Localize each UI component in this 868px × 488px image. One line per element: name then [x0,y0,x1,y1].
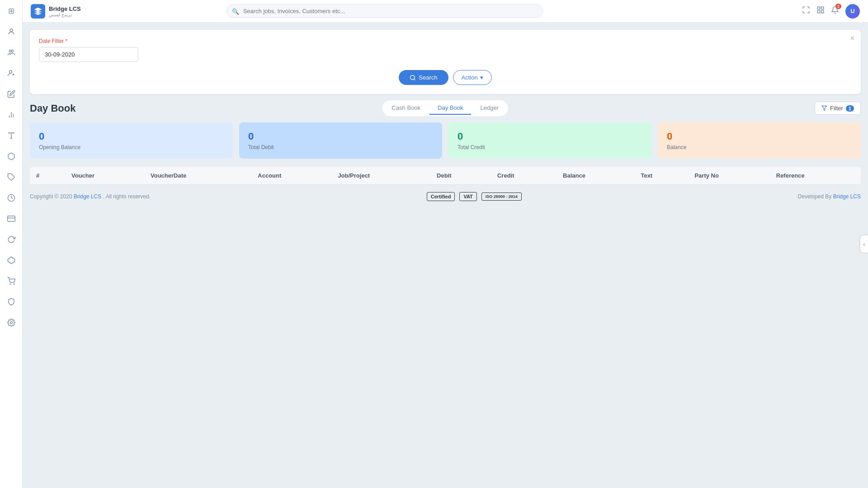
box-icon[interactable] [5,150,18,163]
svg-point-2 [11,50,14,52]
stats-row: 0 Opening Balance 0 Total Debit 0 Total … [30,122,861,159]
iso-badge: ISO 25000 : 2014 [481,192,522,201]
svg-rect-20 [817,11,820,13]
svg-marker-13 [8,257,14,264]
chart-icon[interactable] [5,108,18,121]
tab-daybook[interactable]: Day Book [429,102,471,115]
tab-ledger[interactable]: Ledger [472,102,506,115]
stat-opening-balance: 0 Opening Balance [30,122,233,159]
svg-rect-19 [821,11,823,13]
dashboard-icon[interactable]: ⊞ [5,5,18,17]
refresh-icon[interactable] [5,233,18,246]
svg-point-0 [10,29,13,32]
page-footer: Copyright © 2020 Bridge LCS . All rights… [30,185,861,203]
group-icon[interactable] [5,46,18,59]
total-debit-label: Total Debit [248,144,433,150]
footer-developer: Developed By Bridge LCS [798,193,861,200]
tab-cashbook[interactable]: Cash Book [384,102,429,115]
total-credit-label: Total Credit [458,144,642,150]
gear-icon[interactable] [5,316,18,329]
search-button[interactable]: Search [399,70,448,85]
col-text: Text [634,167,688,185]
close-icon[interactable]: × [850,34,854,42]
filter-label-btn: Filter [830,105,843,112]
action-button[interactable]: Action ▾ [453,70,492,85]
person-icon[interactable] [5,25,18,38]
filter-actions: Search Action ▾ [39,70,852,85]
svg-point-16 [10,322,12,324]
app-subtitle: بريدج لسس [49,12,81,17]
col-balance: Balance [557,167,634,185]
footer-developer-link[interactable]: Bridge LCS [833,193,861,200]
col-hash: # [30,167,65,185]
notification-icon[interactable]: 2 [831,6,839,16]
svg-rect-18 [821,7,823,9]
font-icon[interactable] [5,129,18,142]
sidebar: ⊞ [0,0,23,488]
clock-icon[interactable] [5,192,18,204]
logo: Bridge LCS بريدج لسس [31,4,94,19]
app-name: Bridge LCS [49,5,81,12]
col-credit: Credit [491,167,557,185]
svg-rect-11 [7,216,15,221]
col-partyno: Party No [688,167,769,185]
col-reference: Reference [770,167,861,185]
topbar: Bridge LCS بريدج لسس 🔍 2 U [23,0,868,23]
total-credit-value: 0 [458,131,642,142]
filter-count: 1 [846,105,854,112]
cart-icon[interactable] [5,275,18,287]
tabs-group: Cash Book Day Book Ledger [382,100,508,116]
date-filter-input[interactable] [39,47,138,62]
page-title: Day Book [30,103,75,114]
filter-button[interactable]: Filter 1 [815,102,861,115]
footer-center: Certified VAT ISO 25000 : 2014 [427,192,522,201]
svg-marker-23 [822,106,827,111]
stat-total-credit: 0 Total Credit [448,122,651,159]
opening-balance-value: 0 [39,131,224,142]
page-area: × Date Filter * Search Action ▾ Day Book [23,23,868,488]
notification-badge: 2 [835,4,841,9]
daybook-section: Day Book Cash Book Day Book Ledger Filte… [30,100,861,203]
opening-balance-label: Opening Balance [39,144,224,150]
avatar[interactable]: U [845,4,860,19]
edit-icon[interactable] [5,88,18,100]
topbar-actions: 2 U [802,4,860,19]
vat-badge: VAT [459,192,476,201]
main-content: Bridge LCS بريدج لسس 🔍 2 U × [23,0,868,488]
balance-label: Balance [667,144,852,150]
search-icon: 🔍 [232,8,239,14]
svg-point-14 [10,284,11,285]
search-input[interactable] [226,4,543,18]
grid-icon[interactable] [816,6,825,16]
filter-card: × Date Filter * Search Action ▾ [30,30,861,94]
table-wrapper: # Voucher VoucherDate Account Job/Projec… [30,167,861,185]
person-add-icon[interactable] [5,67,18,80]
col-voucherdate: VoucherDate [144,167,251,185]
global-search[interactable]: 🔍 [226,4,543,18]
svg-line-22 [414,79,415,80]
svg-point-15 [14,284,14,285]
collapse-arrow[interactable]: ‹ [860,235,868,253]
footer-brand-link[interactable]: Bridge LCS [74,193,101,200]
svg-point-3 [9,70,12,73]
card-icon[interactable] [5,212,18,225]
svg-rect-17 [817,7,820,9]
data-table: # Voucher VoucherDate Account Job/Projec… [30,167,861,185]
diamond-icon[interactable] [5,254,18,267]
shield-icon[interactable] [5,296,18,308]
stat-balance: 0 Balance [658,122,861,159]
filter-label: Date Filter * [39,38,852,44]
col-debit: Debit [430,167,491,185]
svg-point-21 [410,75,415,79]
col-jobproject: Job/Project [331,167,430,185]
col-voucher: Voucher [65,167,144,185]
col-account: Account [251,167,331,185]
balance-value: 0 [667,131,852,142]
total-debit-value: 0 [248,131,433,142]
fullscreen-icon[interactable] [802,6,810,16]
stat-total-debit: 0 Total Debit [239,122,442,159]
logo-text: Bridge LCS بريدج لسس [49,5,81,17]
logo-image [31,4,45,19]
certified-badge: Certified [427,192,455,201]
tag-icon[interactable] [5,171,18,183]
